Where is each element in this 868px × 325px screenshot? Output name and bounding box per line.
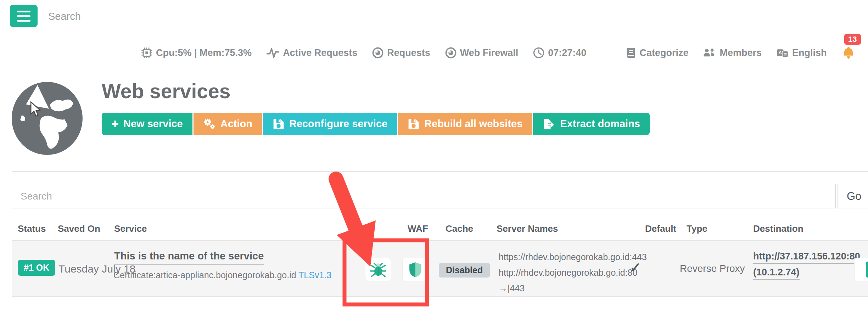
server-name: https://rhdev.bojonegorokab.go.id:443: [499, 249, 647, 265]
shield-icon: [409, 262, 422, 278]
nav-active-requests[interactable]: Active Requests: [267, 47, 357, 58]
toolbar: + New service Acti: [102, 113, 650, 135]
action-button[interactable]: Action: [194, 113, 262, 135]
globe-icon: [11, 82, 83, 155]
col-header-cache: Cache: [446, 223, 473, 234]
type-cell: Reverse Proxy: [680, 263, 745, 274]
zip-file-icon: [866, 262, 868, 278]
reconfigure-service-button[interactable]: Reconfigure service: [263, 113, 397, 135]
tls-version-link[interactable]: TLSv1.3: [298, 270, 331, 280]
gears-icon: [203, 118, 216, 130]
section-divider: [12, 171, 868, 172]
extract-domains-button[interactable]: Extract domains: [533, 113, 650, 135]
rebuild-all-websites-button[interactable]: Rebuild all websites: [398, 113, 532, 135]
nav-cpu-mem[interactable]: Cpu:5% | Mem:75.3%: [141, 47, 252, 58]
nav-categorize[interactable]: Categorize: [626, 47, 688, 58]
clock-icon: [533, 47, 544, 58]
save-icon: [408, 118, 420, 130]
server-name-redirect: →|443: [499, 280, 647, 296]
col-header-default: Default: [645, 223, 676, 234]
notification-count-badge: 13: [844, 34, 861, 45]
eye-icon: [445, 47, 457, 58]
file-export-icon: [543, 118, 555, 130]
destination-cell: http://37.187.156.120:80 (10.1.2.74): [753, 252, 860, 284]
col-header-waf: WAF: [408, 223, 428, 234]
book-icon: [626, 47, 636, 58]
bug-icon: [370, 262, 386, 278]
server-name: http://rhdev.bojonegorokab.go.id:80: [499, 265, 647, 280]
col-header-type: Type: [687, 223, 707, 234]
top-navbar: Cpu:5% | Mem:75.3% Active Requests Reque…: [141, 43, 862, 62]
web-services-page: Search Cpu:5% | Mem:75.3% Active Request…: [0, 0, 868, 325]
waf-shield-button[interactable]: [402, 258, 429, 281]
eye-icon: [372, 47, 383, 58]
menu-button[interactable]: [10, 5, 38, 27]
save-icon: [273, 118, 285, 130]
col-header-saved-on: Saved On: [58, 223, 100, 234]
col-header-status: Status: [18, 223, 46, 234]
bell-icon: [842, 46, 855, 60]
table-search-input[interactable]: [12, 184, 836, 208]
col-header-server-names: Server Names: [497, 223, 558, 234]
pulse-icon: [267, 47, 279, 58]
nav-web-firewall[interactable]: Web Firewall: [445, 47, 519, 58]
page-title: Web services: [102, 79, 230, 103]
archive-button[interactable]: [854, 258, 868, 281]
new-service-button[interactable]: + New service: [102, 113, 192, 135]
certificate-text: Certificate:artica-applianc.bojonegoroka…: [113, 270, 331, 280]
svg-text:A: A: [779, 50, 782, 55]
server-names-cell: https://rhdev.bojonegorokab.go.id:443 ht…: [499, 249, 647, 296]
nav-requests[interactable]: Requests: [372, 47, 430, 58]
col-header-hk: hk: [362, 223, 373, 234]
col-header-service: Service: [114, 223, 147, 234]
cpu-icon: [141, 47, 152, 58]
col-header-destination: Destination: [753, 223, 803, 234]
default-checkmark: ✓: [630, 260, 641, 275]
destination-url-link[interactable]: http://37.187.156.120:80: [753, 252, 860, 264]
cache-status-badge: Disabled: [439, 263, 490, 278]
health-check-button[interactable]: [365, 258, 391, 281]
nav-clock[interactable]: 07:27:40: [533, 47, 586, 58]
go-button[interactable]: Go: [837, 184, 868, 208]
nav-language[interactable]: A English: [777, 47, 827, 58]
users-icon: [703, 47, 716, 58]
status-badge: #1 OK: [18, 260, 55, 276]
service-name-link[interactable]: This is the name of the service: [114, 250, 264, 265]
hamburger-icon: [17, 11, 30, 12]
plus-icon: +: [111, 118, 119, 130]
nav-members[interactable]: Members: [703, 47, 762, 58]
language-icon: A: [777, 47, 789, 58]
mouse-cursor-icon: [30, 101, 41, 118]
nav-notifications[interactable]: 13: [842, 46, 855, 60]
topbar-search-input[interactable]: Search: [48, 11, 81, 22]
destination-ip-link[interactable]: (10.1.2.74): [753, 268, 800, 280]
